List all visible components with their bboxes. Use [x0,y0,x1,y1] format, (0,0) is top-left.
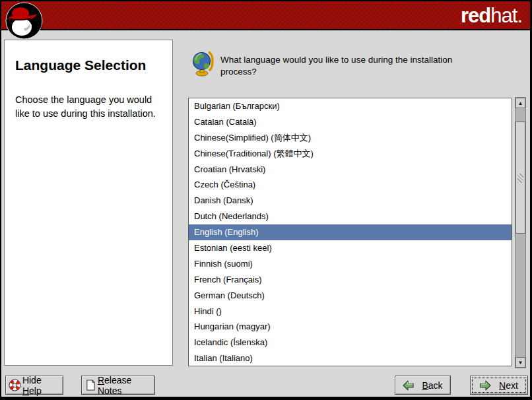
back-arrow-icon [403,380,414,391]
lifebuoy-icon [9,379,21,391]
question-text: What language would you like to use duri… [220,54,457,78]
next-button[interactable]: Next [470,376,528,395]
redhat-wordmark: redhat. [461,3,522,29]
list-item[interactable]: Chinese(Simplified) (简体中文) [189,130,512,146]
hide-help-button[interactable]: Hide Help [5,376,63,395]
list-item[interactable]: Hungarian (magyar) [189,319,512,335]
page-title: Language Selection [15,57,163,73]
language-list: Bulgarian (Български)Catalan (Català)Chi… [188,98,512,366]
next-arrow-icon [480,380,491,391]
list-item[interactable]: Catalan (Català) [189,114,512,130]
list-item[interactable]: Croatian (Hrvatski) [189,162,512,178]
list-item[interactable]: German (Deutsch) [189,288,512,304]
scrollbar-thumb[interactable] [515,121,525,234]
question-row: What language would you like to use duri… [190,50,457,78]
scroll-up-button[interactable]: ▲ [515,98,525,108]
back-label: Back [422,380,442,391]
list-item[interactable]: Czech (Čeština) [189,177,512,193]
release-notes-label: Release Notes [98,375,154,396]
release-notes-button[interactable]: Release Notes [81,376,155,395]
hide-help-label: Hide Help [22,375,63,396]
next-label: Next [499,380,518,391]
list-item[interactable]: Finnish (suomi) [189,256,512,272]
document-icon [85,379,96,391]
redhat-wordmark-regular: hat. [490,4,522,27]
list-item[interactable]: Bulgarian (Български) [189,98,512,114]
list-item[interactable]: Icelandic (Íslenska) [189,335,512,350]
list-item[interactable]: Estonian (eesti keel) [189,240,512,256]
scroll-down-button[interactable]: ▼ [515,357,525,368]
list-item[interactable]: English (English) [189,224,512,240]
registered-trademark: ® [40,25,43,30]
list-item[interactable]: Danish (Dansk) [189,193,512,209]
list-item[interactable]: Hindi () [189,304,512,319]
installer-window: redhat. ® Language Selection Choose the … [0,0,532,400]
back-button[interactable]: Back [395,376,451,395]
help-text: Choose the language you would like to us… [15,93,163,120]
redhat-wordmark-bold: red [461,4,490,27]
list-item[interactable]: French (Français) [189,272,512,288]
language-list-scrollbar[interactable]: ▲ ▼ [515,97,526,368]
list-item[interactable]: Italian (Italiano) [189,350,512,366]
red-hat-shadowman-logo [5,2,43,40]
list-item[interactable]: Chinese(Traditional) (繁體中文) [189,146,512,162]
top-banner: redhat. [1,1,530,30]
globe-icon [190,50,215,77]
help-panel: Language Selection Choose the language y… [4,40,173,366]
list-item[interactable]: Dutch (Nederlands) [189,209,512,224]
